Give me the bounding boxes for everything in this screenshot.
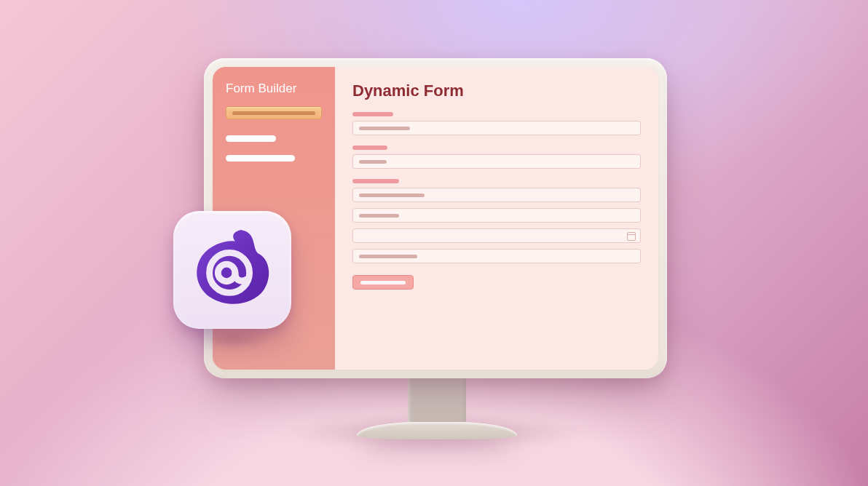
sidebar-title: Form Builder bbox=[226, 81, 322, 96]
form-panel: Dynamic Form bbox=[335, 67, 658, 370]
form-title: Dynamic Form bbox=[352, 81, 641, 100]
field-group-1 bbox=[352, 112, 641, 135]
text-input[interactable] bbox=[352, 188, 641, 202]
sidebar-item-active[interactable] bbox=[226, 106, 322, 119]
field-group-2 bbox=[352, 146, 641, 169]
text-input[interactable] bbox=[352, 208, 641, 223]
monitor-stand-base bbox=[357, 422, 517, 439]
monitor-stand-neck bbox=[408, 377, 466, 428]
field-label bbox=[352, 112, 393, 116]
field-label bbox=[352, 179, 399, 183]
date-input[interactable] bbox=[352, 228, 641, 243]
blazor-icon bbox=[189, 226, 275, 314]
sidebar-item-1[interactable] bbox=[226, 135, 276, 142]
field-label bbox=[352, 146, 387, 150]
text-input[interactable] bbox=[352, 249, 641, 263]
text-input[interactable] bbox=[352, 121, 641, 135]
field-group-3 bbox=[352, 179, 641, 263]
logo-card-shadow bbox=[182, 329, 284, 351]
sidebar-item-2[interactable] bbox=[226, 155, 295, 162]
text-input[interactable] bbox=[352, 154, 641, 169]
submit-button[interactable] bbox=[352, 275, 414, 290]
logo-card bbox=[173, 211, 291, 329]
